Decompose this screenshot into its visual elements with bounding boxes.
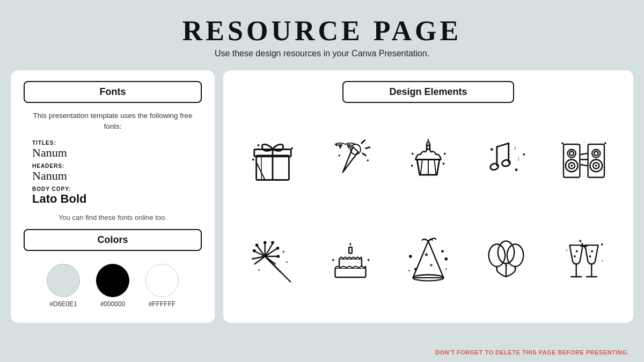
svg-point-64	[253, 249, 256, 253]
svg-text:✦: ✦	[601, 242, 605, 247]
svg-text:♩: ♩	[517, 157, 519, 162]
svg-point-96	[589, 255, 591, 257]
svg-text:+: +	[257, 267, 260, 273]
svg-point-3	[257, 144, 259, 146]
design-elements-title: Design Elements	[342, 81, 514, 103]
svg-line-6	[256, 162, 265, 180]
svg-line-50	[581, 165, 587, 166]
fonts-footer: You can find these fonts online too.	[24, 213, 202, 221]
svg-point-47	[595, 165, 597, 167]
color-hex-dark: #000000	[100, 300, 126, 308]
svg-point-44	[594, 152, 598, 156]
font-label-headers: HEADERS:	[32, 163, 193, 169]
color-swatches: #D6E0E1 #000000 #FFFFFF	[24, 258, 202, 310]
color-swatch-dark: #000000	[96, 264, 129, 308]
color-circle-light	[47, 264, 80, 297]
font-label-body: BODY COPY:	[32, 186, 193, 192]
svg-line-30	[497, 143, 509, 147]
font-label-titles: TITLES:	[32, 140, 193, 146]
right-panel: Design Elements	[223, 70, 633, 323]
design-elements-header: Design Elements	[236, 81, 620, 103]
svg-text:+: +	[285, 259, 288, 265]
color-circle-white	[145, 264, 179, 297]
gift-box-icon	[240, 130, 305, 189]
svg-point-35	[523, 153, 525, 156]
svg-point-69	[276, 255, 280, 258]
svg-text:+: +	[566, 248, 568, 253]
music-notes-icon: ♪ ♩	[474, 130, 538, 189]
svg-point-4	[252, 159, 254, 161]
color-hex-light: #D6E0E1	[49, 300, 77, 308]
party-hat-icon: ★ ★ + +	[396, 232, 460, 291]
svg-text:+: +	[444, 267, 447, 272]
svg-text:✦: ✦	[367, 257, 371, 263]
svg-point-94	[574, 255, 576, 257]
svg-line-61	[265, 256, 275, 264]
font-name-titles: Nanum	[32, 146, 193, 160]
svg-point-97	[591, 250, 594, 253]
svg-point-66	[263, 241, 266, 245]
footer-note: DON'T FORGET TO DELETE THIS PAGE BEFORE …	[435, 349, 629, 356]
speakers-icon	[552, 130, 616, 189]
svg-point-41	[571, 165, 573, 167]
design-elements-grid: ✦ ✦ ✦	[236, 112, 620, 310]
svg-text:✦: ✦	[331, 257, 335, 263]
font-item-body: BODY COPY: Lato Bold	[32, 186, 193, 206]
svg-line-9	[362, 141, 365, 144]
svg-text:✦: ✦	[411, 151, 415, 157]
svg-text:✦: ✦	[338, 153, 341, 158]
svg-text:★: ★	[424, 252, 429, 257]
svg-point-81	[409, 255, 412, 258]
svg-point-67	[271, 241, 274, 245]
svg-line-53	[280, 272, 290, 282]
color-circle-dark	[96, 264, 129, 297]
svg-text:✦: ✦	[365, 159, 369, 164]
main-content: Fonts This presentation template uses th…	[0, 70, 644, 323]
svg-point-27	[490, 163, 500, 171]
svg-marker-15	[338, 144, 343, 150]
svg-point-89	[507, 244, 523, 267]
svg-point-24	[443, 163, 445, 165]
fonts-description: This presentation template uses the foll…	[24, 110, 202, 132]
page-subtitle: Use these design resources in your Canva…	[182, 49, 462, 58]
svg-point-82	[444, 257, 448, 261]
svg-point-33	[491, 149, 493, 151]
svg-point-95	[576, 250, 578, 253]
svg-point-52	[604, 143, 606, 145]
svg-text:+: +	[282, 248, 286, 255]
svg-point-68	[276, 247, 279, 250]
svg-line-21	[434, 161, 436, 174]
color-hex-white: #FFFFFF	[149, 300, 176, 308]
svg-point-37	[568, 150, 576, 158]
party-popper-icon: ✦ ✦ ✦	[318, 130, 383, 189]
champagne-glasses-icon: ✦ ✦ + +	[552, 232, 616, 291]
svg-point-34	[515, 169, 518, 172]
svg-line-19	[421, 161, 422, 174]
svg-point-65	[255, 243, 258, 247]
svg-point-51	[562, 143, 564, 145]
font-name-headers: Nanum	[32, 169, 193, 183]
svg-point-25	[411, 165, 413, 167]
svg-text:+: +	[602, 259, 604, 264]
svg-rect-75	[335, 268, 365, 277]
svg-point-5	[291, 147, 293, 150]
svg-line-11	[363, 153, 366, 156]
svg-point-18	[427, 142, 430, 146]
cupcake-icon: ✦ ✦	[396, 130, 460, 189]
font-item-headers: HEADERS: Nanum	[32, 163, 193, 183]
svg-line-48	[581, 153, 587, 154]
svg-rect-73	[349, 247, 352, 253]
fonts-section-header: Fonts	[24, 81, 202, 103]
svg-point-38	[570, 152, 574, 156]
svg-text:+: +	[408, 269, 411, 274]
left-panel: Fonts This presentation template uses th…	[11, 70, 215, 323]
page-header: Resource Page Use these design resources…	[182, 0, 462, 64]
svg-point-29	[501, 159, 511, 167]
font-name-body: Lato Bold	[32, 192, 193, 206]
balloons-icon	[474, 232, 538, 291]
font-item-titles: TITLES: Nanum	[32, 140, 193, 160]
font-list: TITLES: Nanum HEADERS: Nanum BODY COPY: …	[24, 140, 202, 206]
svg-line-10	[365, 147, 370, 149]
sparkler-icon: + + +	[240, 232, 305, 291]
birthday-cake-icon: ✦ ✦	[318, 232, 383, 291]
